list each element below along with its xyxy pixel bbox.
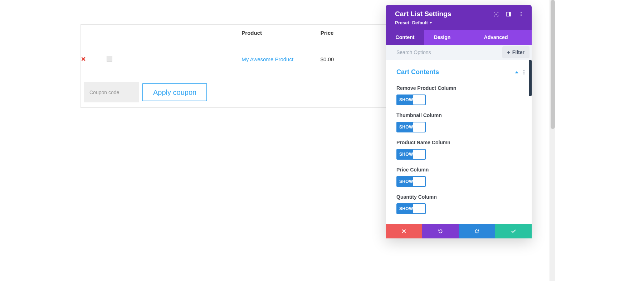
undo-button[interactable] bbox=[422, 224, 459, 238]
settings-tabs: Content Design Advanced bbox=[386, 30, 532, 45]
tab-advanced[interactable]: Advanced bbox=[460, 30, 532, 45]
option-product-name-column: Product Name Column SHOW bbox=[386, 135, 532, 163]
svg-point-3 bbox=[521, 12, 522, 13]
toggle-price-column[interactable]: SHOW bbox=[396, 176, 426, 187]
preset-selector[interactable]: Preset: Default bbox=[395, 20, 451, 25]
toggle-remove-product-column[interactable]: SHOW bbox=[396, 95, 426, 105]
option-label: Product Name Column bbox=[396, 140, 521, 145]
toggle-knob bbox=[413, 95, 425, 105]
tab-design[interactable]: Design bbox=[424, 30, 460, 45]
option-label: Thumbnail Column bbox=[396, 112, 521, 118]
search-options-input[interactable] bbox=[386, 45, 502, 60]
svg-point-0 bbox=[496, 14, 497, 15]
toggle-text: SHOW bbox=[396, 152, 413, 157]
toggle-knob bbox=[413, 204, 425, 213]
option-price-column: Price Column SHOW bbox=[386, 163, 532, 190]
caret-down-icon bbox=[429, 22, 432, 24]
section-header[interactable]: Cart Contents bbox=[386, 63, 532, 81]
save-button[interactable] bbox=[495, 224, 532, 238]
toggle-product-name-column[interactable]: SHOW bbox=[396, 149, 426, 160]
search-row: + Filter bbox=[386, 45, 532, 60]
expand-icon[interactable] bbox=[493, 11, 499, 17]
check-icon bbox=[511, 228, 516, 234]
undo-icon bbox=[438, 228, 443, 234]
more-icon[interactable] bbox=[518, 11, 524, 17]
panel-scrollbar-thumb[interactable] bbox=[529, 60, 532, 96]
toggle-knob bbox=[413, 177, 425, 186]
remove-item-icon[interactable]: ✕ bbox=[81, 56, 86, 63]
toggle-knob bbox=[413, 150, 425, 159]
header-product: Product bbox=[241, 25, 320, 41]
option-quantity-column: Quantity Column SHOW bbox=[386, 190, 532, 217]
panel-header: Cart List Settings Preset: Default bbox=[386, 5, 532, 30]
product-name-link[interactable]: My Awesome Product bbox=[241, 56, 293, 62]
panel-title: Cart List Settings bbox=[395, 10, 451, 18]
toggle-knob bbox=[413, 122, 425, 132]
panel-body: Cart Contents Remove Product Column SHOW… bbox=[386, 60, 532, 224]
option-thumbnail-column: Thumbnail Column SHOW bbox=[386, 108, 532, 135]
svg-rect-2 bbox=[509, 12, 511, 16]
page-scrollbar[interactable] bbox=[550, 0, 555, 281]
cancel-button[interactable] bbox=[386, 224, 422, 238]
option-label: Remove Product Column bbox=[396, 85, 521, 91]
toggle-text: SHOW bbox=[396, 125, 413, 130]
coupon-code-input[interactable] bbox=[84, 82, 139, 102]
svg-point-5 bbox=[521, 15, 522, 16]
toggle-thumbnail-column[interactable]: SHOW bbox=[396, 122, 426, 132]
redo-button[interactable] bbox=[459, 224, 495, 238]
page-scrollbar-thumb[interactable] bbox=[551, 0, 555, 129]
panel-footer bbox=[386, 224, 532, 238]
product-thumbnail-placeholder-icon[interactable] bbox=[107, 56, 112, 62]
toggle-text: SHOW bbox=[396, 179, 413, 184]
snap-icon[interactable] bbox=[506, 11, 511, 17]
svg-point-4 bbox=[521, 14, 522, 15]
section-more-icon[interactable] bbox=[523, 70, 525, 74]
toggle-quantity-column[interactable]: SHOW bbox=[396, 203, 426, 214]
chevron-up-icon[interactable] bbox=[515, 71, 518, 73]
toggle-text: SHOW bbox=[396, 206, 413, 211]
close-icon bbox=[401, 228, 407, 234]
filter-button[interactable]: + Filter bbox=[502, 46, 530, 58]
option-label: Price Column bbox=[396, 167, 521, 173]
redo-icon bbox=[474, 228, 480, 234]
section-title: Cart Contents bbox=[396, 68, 439, 76]
apply-coupon-button[interactable]: Apply coupon bbox=[142, 83, 207, 101]
preset-label: Preset: Default bbox=[395, 20, 428, 25]
option-remove-product-column: Remove Product Column SHOW bbox=[386, 81, 532, 108]
option-label: Quantity Column bbox=[396, 194, 521, 200]
toggle-text: SHOW bbox=[396, 97, 413, 102]
plus-icon: + bbox=[507, 50, 510, 55]
tab-content[interactable]: Content bbox=[386, 30, 424, 45]
settings-panel: Cart List Settings Preset: Default Conte… bbox=[386, 5, 532, 238]
filter-label: Filter bbox=[512, 49, 525, 55]
